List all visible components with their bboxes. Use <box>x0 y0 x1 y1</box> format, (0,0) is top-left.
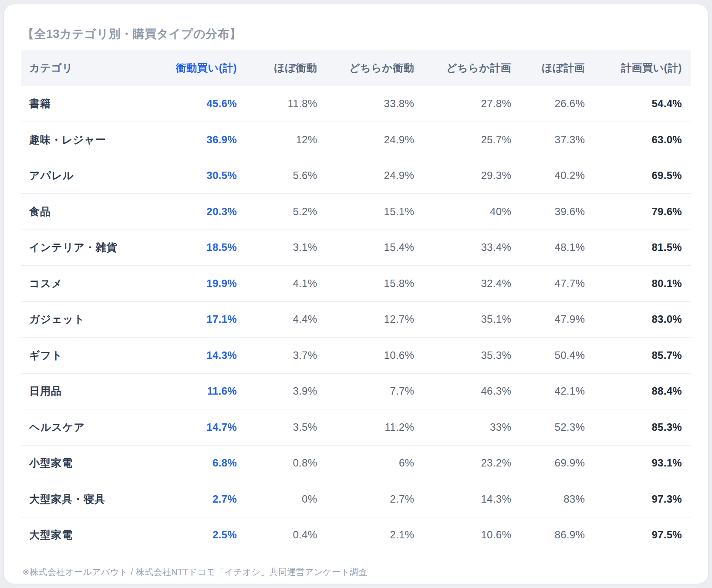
category-cell: アパレル <box>21 158 175 194</box>
value-cell: 19.9% <box>175 266 246 302</box>
value-cell: 30.5% <box>175 158 246 194</box>
value-cell: 6.8% <box>175 445 246 481</box>
value-cell: 35.1% <box>423 301 520 338</box>
value-cell: 47.7% <box>520 266 594 302</box>
category-cell: 食品 <box>21 194 175 230</box>
category-cell: 小型家電 <box>21 445 175 481</box>
category-cell: 書籍 <box>21 86 175 122</box>
value-cell: 4.4% <box>246 301 326 338</box>
value-cell: 86.9% <box>520 517 594 553</box>
value-cell: 32.4% <box>423 266 520 302</box>
value-cell: 97.5% <box>594 517 691 553</box>
table-row: コスメ19.9%4.1%15.8%32.4%47.7%80.1% <box>21 266 691 302</box>
value-cell: 69.9% <box>520 445 594 481</box>
value-cell: 15.1% <box>326 194 423 230</box>
value-cell: 36.9% <box>175 122 246 158</box>
table-row: 大型家電2.5%0.4%2.1%10.6%86.9%97.5% <box>21 517 691 553</box>
value-cell: 85.3% <box>594 409 691 446</box>
value-cell: 2.7% <box>175 481 246 517</box>
value-cell: 46.3% <box>423 373 520 409</box>
value-cell: 3.7% <box>246 338 326 374</box>
table-row: 書籍45.6%11.8%33.8%27.8%26.6%54.4% <box>21 86 691 122</box>
category-cell: コスメ <box>21 266 175 302</box>
column-header-somewhat-planned: どちらか計画 <box>423 50 520 86</box>
value-cell: 29.3% <box>423 158 520 194</box>
column-header-mostly-impulse: ほぼ衝動 <box>246 50 326 86</box>
table-header-row: カテゴリ衝動買い(計)ほぼ衝動どちらか衝動どちらか計画ほぼ計画計画買い(計) <box>21 50 691 86</box>
value-cell: 5.6% <box>246 158 326 194</box>
table-row: ガジェット17.1%4.4%12.7%35.1%47.9%83.0% <box>21 301 691 338</box>
value-cell: 83.0% <box>594 301 691 338</box>
table-row: ヘルスケア14.7%3.5%11.2%33%52.3%85.3% <box>21 409 691 446</box>
source-footnote: ※株式会社オールアバウト / 株式会社NTTドコモ「イチオシ」共同運営アンケート… <box>21 566 691 578</box>
value-cell: 12% <box>246 122 326 158</box>
value-cell: 20.3% <box>175 194 246 230</box>
value-cell: 50.4% <box>520 338 594 374</box>
value-cell: 17.1% <box>175 301 246 338</box>
value-cell: 0.8% <box>246 445 326 481</box>
value-cell: 6% <box>326 445 423 481</box>
value-cell: 3.9% <box>246 373 326 409</box>
value-cell: 15.8% <box>326 266 423 302</box>
value-cell: 5.2% <box>246 194 326 230</box>
value-cell: 35.3% <box>423 338 520 374</box>
value-cell: 27.8% <box>423 86 520 122</box>
value-cell: 40% <box>423 194 520 230</box>
category-cell: 大型家電 <box>21 517 175 553</box>
value-cell: 33.8% <box>326 86 423 122</box>
value-cell: 37.3% <box>520 122 594 158</box>
value-cell: 54.4% <box>594 86 691 122</box>
table-title: 【全13カテゴリ別・購買タイプの分布】 <box>21 26 691 42</box>
value-cell: 11.2% <box>326 409 423 446</box>
value-cell: 88.4% <box>594 373 691 409</box>
column-header-mostly-planned: ほぼ計画 <box>520 50 594 86</box>
value-cell: 14.3% <box>423 481 520 517</box>
value-cell: 0% <box>246 481 326 517</box>
value-cell: 48.1% <box>520 230 594 266</box>
value-cell: 69.5% <box>594 158 691 194</box>
category-cell: 趣味・レジャー <box>21 122 175 158</box>
column-header-category: カテゴリ <box>21 50 175 86</box>
value-cell: 24.9% <box>326 122 423 158</box>
value-cell: 85.7% <box>594 338 691 374</box>
value-cell: 3.1% <box>246 230 326 266</box>
value-cell: 79.6% <box>594 194 691 230</box>
purchase-type-table: カテゴリ衝動買い(計)ほぼ衝動どちらか衝動どちらか計画ほぼ計画計画買い(計) 書… <box>21 50 691 553</box>
value-cell: 10.6% <box>423 517 520 553</box>
table-row: 小型家電6.8%0.8%6%23.2%69.9%93.1% <box>21 445 691 481</box>
value-cell: 39.6% <box>520 194 594 230</box>
value-cell: 83% <box>520 481 594 517</box>
table-row: 大型家具・寝具2.7%0%2.7%14.3%83%97.3% <box>21 481 691 517</box>
column-header-planned-total: 計画買い(計) <box>594 50 691 86</box>
value-cell: 10.6% <box>326 338 423 374</box>
value-cell: 33% <box>423 409 520 446</box>
value-cell: 2.1% <box>326 517 423 553</box>
table-row: 食品20.3%5.2%15.1%40%39.6%79.6% <box>21 194 691 230</box>
category-cell: インテリア・雑貨 <box>21 230 175 266</box>
value-cell: 23.2% <box>423 445 520 481</box>
value-cell: 24.9% <box>326 158 423 194</box>
column-header-impulse-total: 衝動買い(計) <box>175 50 246 86</box>
table-row: 日用品11.6%3.9%7.7%46.3%42.1%88.4% <box>21 373 691 409</box>
value-cell: 40.2% <box>520 158 594 194</box>
value-cell: 81.5% <box>594 230 691 266</box>
value-cell: 14.3% <box>175 338 246 374</box>
value-cell: 97.3% <box>594 481 691 517</box>
value-cell: 4.1% <box>246 266 326 302</box>
category-cell: ギフト <box>21 338 175 374</box>
category-cell: ヘルスケア <box>21 409 175 446</box>
category-cell: 大型家具・寝具 <box>21 481 175 517</box>
value-cell: 15.4% <box>326 230 423 266</box>
value-cell: 26.6% <box>520 86 594 122</box>
value-cell: 2.7% <box>326 481 423 517</box>
value-cell: 2.5% <box>175 517 246 553</box>
value-cell: 11.8% <box>246 86 326 122</box>
table-row: インテリア・雑貨18.5%3.1%15.4%33.4%48.1%81.5% <box>21 230 691 266</box>
value-cell: 7.7% <box>326 373 423 409</box>
table-body: 書籍45.6%11.8%33.8%27.8%26.6%54.4%趣味・レジャー3… <box>21 86 691 553</box>
category-cell: 日用品 <box>21 373 175 409</box>
value-cell: 93.1% <box>594 445 691 481</box>
table-row: 趣味・レジャー36.9%12%24.9%25.7%37.3%63.0% <box>21 122 691 158</box>
value-cell: 12.7% <box>326 301 423 338</box>
value-cell: 18.5% <box>175 230 246 266</box>
